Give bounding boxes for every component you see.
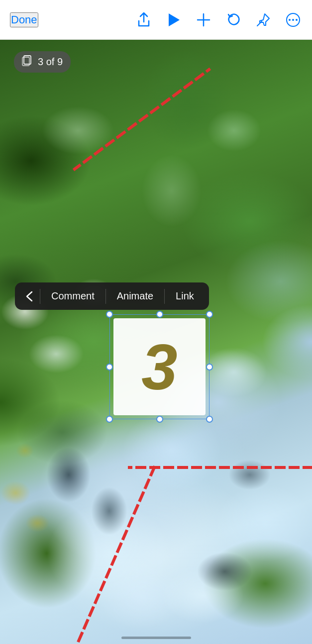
- handle-middle-right[interactable]: [206, 364, 213, 370]
- done-button[interactable]: Done: [10, 12, 38, 27]
- svg-point-6: [292, 19, 294, 21]
- svg-point-5: [289, 19, 291, 21]
- pin-button[interactable]: [254, 11, 272, 29]
- play-icon: [167, 12, 181, 27]
- share-button[interactable]: [135, 11, 153, 29]
- toolbar: Done: [0, 0, 312, 40]
- undo-icon: [226, 12, 241, 27]
- more-button[interactable]: [284, 11, 302, 29]
- handle-middle-left[interactable]: [106, 364, 113, 370]
- svg-marker-0: [169, 13, 180, 26]
- context-comment-button[interactable]: Comment: [40, 284, 105, 308]
- svg-point-7: [296, 19, 298, 21]
- element-number: 3: [141, 335, 177, 399]
- pin-icon: [256, 12, 271, 27]
- done-label: Done: [11, 13, 37, 26]
- page-counter[interactable]: 3 of 9: [14, 51, 71, 73]
- pages-icon: [22, 55, 33, 69]
- context-link-button[interactable]: Link: [165, 284, 205, 308]
- context-menu: Comment Animate Link: [15, 282, 209, 310]
- handle-top-center[interactable]: [156, 311, 163, 318]
- add-icon: [197, 13, 210, 27]
- play-button[interactable]: [165, 11, 183, 29]
- context-back-button[interactable]: [19, 286, 40, 307]
- handle-bottom-right[interactable]: [206, 416, 213, 423]
- add-button[interactable]: [195, 11, 212, 29]
- undo-button[interactable]: [224, 11, 242, 29]
- handle-bottom-left[interactable]: [106, 416, 113, 423]
- element-box: 3: [113, 318, 206, 415]
- share-icon: [137, 12, 151, 28]
- page-counter-text: 3 of 9: [38, 56, 63, 68]
- handle-bottom-center[interactable]: [156, 416, 163, 423]
- selected-element[interactable]: 3: [113, 318, 206, 415]
- handle-top-left[interactable]: [106, 311, 113, 318]
- more-icon: [286, 12, 301, 27]
- context-animate-button[interactable]: Animate: [106, 284, 164, 308]
- home-indicator: [121, 637, 191, 639]
- handle-top-right[interactable]: [206, 311, 213, 318]
